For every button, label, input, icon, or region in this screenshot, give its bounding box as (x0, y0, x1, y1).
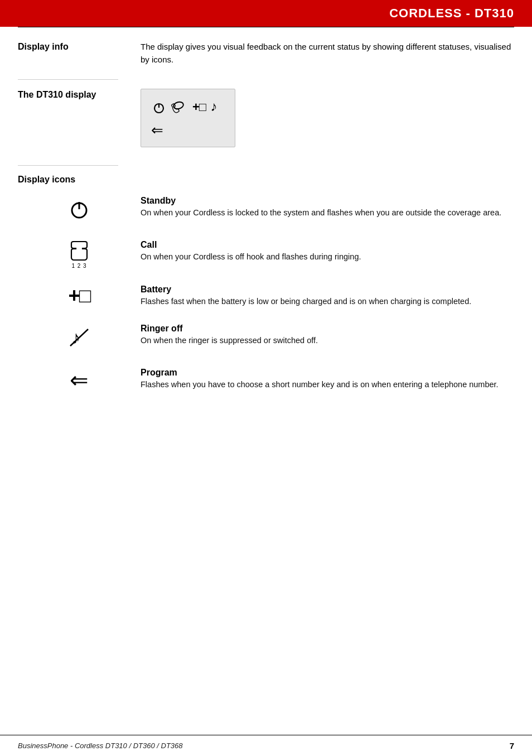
battery-text-col: Battery Flashes fast when the battery is… (141, 285, 514, 308)
standby-icon-title: Standby (141, 196, 514, 206)
display-icons-header-row: Display icons (18, 166, 514, 191)
battery-icon-col: +□ (18, 285, 141, 306)
ringer-icon-title: Ringer off (141, 324, 514, 334)
call-icon-wrap: 1 2 3 (67, 241, 91, 269)
program-icon-desc: Flashes when you have to choose a short … (141, 379, 514, 391)
display-info-section: Display info The display gives you visua… (18, 27, 514, 75)
standby-text-col: Standby On when your Cordless is locked … (141, 196, 514, 219)
footer-page: 7 (510, 741, 514, 750)
ringer-display-icon: ♪ (210, 97, 217, 117)
display-row1: +□ ♪ (151, 95, 217, 118)
ringer-icon-row: ♪ Ringer off On when the ringer is suppr… (18, 324, 514, 352)
standby-icon-desc: On when your Cordless is locked to the s… (141, 207, 514, 219)
display-symbols: +□ ♪ ⇐ (151, 95, 217, 141)
standby-display-icon (151, 95, 167, 118)
main-content: Display info The display gives you visua… (0, 27, 532, 420)
ringer-text-col: Ringer off On when the ringer is suppres… (141, 324, 514, 347)
program-icon-title: Program (141, 368, 514, 378)
dt310-display-diagram: +□ ♪ ⇐ (141, 89, 514, 147)
dt310-display-label: The DT310 display (18, 89, 141, 100)
call-number-label: 1 2 3 (71, 263, 86, 269)
battery-icon-title: Battery (141, 285, 514, 295)
header-title: CORDLESS - DT310 (389, 6, 514, 21)
program-icon: ⇐ (70, 369, 89, 391)
program-icon-col: ⇐ (18, 368, 141, 391)
battery-icon-desc: Flashes fast when the battery is low or … (141, 296, 514, 308)
ringer-icon-col: ♪ (18, 324, 141, 352)
call-text-col: Call On when your Cordless is off hook a… (141, 240, 514, 263)
display-info-label: Display info (18, 41, 141, 52)
footer: BusinessPhone - Cordless DT310 / DT360 /… (0, 735, 532, 756)
standby-icon-row: Standby On when your Cordless is locked … (18, 196, 514, 224)
header-bar: CORDLESS - DT310 (0, 0, 532, 27)
call-icon-desc: On when your Cordless is off hook and fl… (141, 251, 514, 263)
battery-display-icon: +□ (192, 98, 206, 116)
display-row2: ⇐ (151, 119, 163, 141)
battery-icon-row: +□ Battery Flashes fast when the battery… (18, 285, 514, 308)
display-info-text: The display gives you visual feedback on… (141, 41, 514, 66)
program-icon-row: ⇐ Program Flashes when you have to choos… (18, 368, 514, 391)
footer-text: BusinessPhone - Cordless DT310 / DT360 /… (18, 741, 183, 750)
dt310-display-row: The DT310 display (18, 80, 514, 156)
display-box: +□ ♪ ⇐ (141, 89, 235, 147)
svg-point-2 (173, 100, 184, 109)
call-display-icon (171, 95, 188, 118)
ringer-off-icon: ♪ (67, 325, 91, 352)
ringer-icon-desc: On when the ringer is suppressed or swit… (141, 335, 514, 347)
call-icon-row: 1 2 3 Call On when your Cordless is off … (18, 240, 514, 269)
program-text-col: Program Flashes when you have to choose … (141, 368, 514, 391)
call-icon-col: 1 2 3 (18, 240, 141, 269)
call-icon-title: Call (141, 240, 514, 250)
standby-icon (67, 197, 91, 224)
standby-icon-col (18, 196, 141, 224)
battery-icon: +□ (69, 286, 90, 306)
program-display-icon: ⇐ (151, 119, 163, 141)
display-icons-label: Display icons (18, 174, 75, 184)
display-icons-section: Display icons Standby On when your Cordl… (18, 165, 514, 420)
call-icon (67, 241, 91, 262)
dt310-display-section: The DT310 display (18, 79, 514, 161)
icons-list: Standby On when your Cordless is locked … (18, 191, 514, 420)
